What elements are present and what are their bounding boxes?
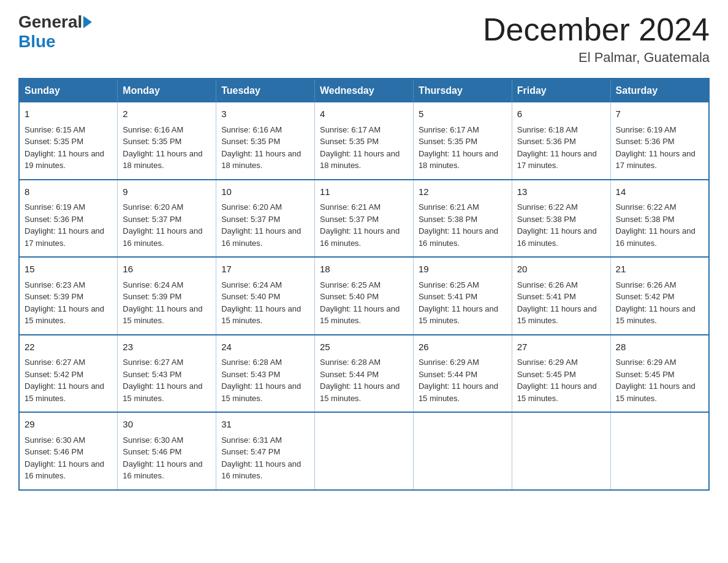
day-number: 11 [320, 185, 408, 199]
day-number: 10 [221, 185, 309, 199]
calendar-day-cell: 18Sunrise: 6:25 AMSunset: 5:40 PMDayligh… [315, 257, 414, 335]
day-number: 4 [320, 107, 408, 121]
day-info: Sunrise: 6:28 AMSunset: 5:43 PMDaylight:… [221, 358, 301, 403]
calendar-day-cell: 21Sunrise: 6:26 AMSunset: 5:42 PMDayligh… [610, 257, 709, 335]
day-info: Sunrise: 6:28 AMSunset: 5:44 PMDaylight:… [320, 358, 400, 403]
calendar-day-cell: 15Sunrise: 6:23 AMSunset: 5:39 PMDayligh… [19, 257, 118, 335]
day-of-week-header: Thursday [413, 79, 512, 102]
day-of-week-header: Friday [512, 79, 610, 102]
day-number: 29 [25, 418, 112, 432]
day-number: 9 [123, 185, 211, 199]
logo: General Blue [18, 12, 92, 52]
day-info: Sunrise: 6:18 AMSunset: 5:36 PMDaylight:… [517, 125, 597, 170]
day-number: 21 [616, 262, 703, 277]
day-info: Sunrise: 6:25 AMSunset: 5:40 PMDaylight:… [320, 280, 400, 326]
day-number: 15 [25, 262, 112, 277]
day-info: Sunrise: 6:22 AMSunset: 5:38 PMDaylight:… [616, 202, 696, 248]
day-number: 28 [616, 340, 703, 354]
day-info: Sunrise: 6:27 AMSunset: 5:43 PMDaylight:… [123, 358, 202, 403]
day-info: Sunrise: 6:26 AMSunset: 5:42 PMDaylight:… [616, 280, 696, 326]
calendar-day-cell: 6Sunrise: 6:18 AMSunset: 5:36 PMDaylight… [512, 102, 610, 180]
day-info: Sunrise: 6:16 AMSunset: 5:35 PMDaylight:… [123, 125, 202, 170]
calendar-week-row: 29Sunrise: 6:30 AMSunset: 5:46 PMDayligh… [19, 412, 709, 490]
day-number: 2 [123, 107, 211, 121]
day-of-week-header: Sunday [19, 79, 118, 102]
day-info: Sunrise: 6:29 AMSunset: 5:45 PMDaylight:… [517, 358, 597, 403]
day-number: 7 [616, 107, 703, 121]
day-info: Sunrise: 6:25 AMSunset: 5:41 PMDaylight:… [419, 280, 498, 326]
day-info: Sunrise: 6:31 AMSunset: 5:47 PMDaylight:… [221, 435, 301, 481]
day-of-week-header: Saturday [610, 79, 709, 102]
calendar-day-cell: 3Sunrise: 6:16 AMSunset: 5:35 PMDaylight… [216, 102, 315, 180]
logo-general-text: General [18, 12, 82, 32]
location-subtitle: El Palmar, Guatemala [483, 50, 710, 66]
day-info: Sunrise: 6:17 AMSunset: 5:35 PMDaylight:… [320, 125, 400, 170]
day-number: 20 [517, 262, 605, 277]
day-of-week-header: Monday [118, 79, 216, 102]
calendar-day-cell: 1Sunrise: 6:15 AMSunset: 5:35 PMDaylight… [19, 102, 118, 180]
title-block: December 2024 El Palmar, Guatemala [483, 12, 710, 66]
day-info: Sunrise: 6:29 AMSunset: 5:44 PMDaylight:… [419, 358, 498, 403]
calendar-day-cell: 24Sunrise: 6:28 AMSunset: 5:43 PMDayligh… [216, 335, 315, 413]
page-header: General Blue December 2024 El Palmar, Gu… [18, 12, 710, 66]
day-number: 13 [517, 185, 605, 199]
day-info: Sunrise: 6:23 AMSunset: 5:39 PMDaylight:… [25, 280, 104, 326]
day-info: Sunrise: 6:16 AMSunset: 5:35 PMDaylight:… [221, 125, 301, 170]
day-number: 23 [123, 340, 211, 354]
calendar-day-cell: 16Sunrise: 6:24 AMSunset: 5:39 PMDayligh… [118, 257, 216, 335]
calendar-day-cell: 22Sunrise: 6:27 AMSunset: 5:42 PMDayligh… [19, 335, 118, 413]
day-number: 26 [419, 340, 507, 354]
calendar-week-row: 15Sunrise: 6:23 AMSunset: 5:39 PMDayligh… [19, 257, 709, 335]
day-number: 3 [221, 107, 309, 121]
day-number: 19 [419, 262, 507, 277]
day-number: 16 [123, 262, 211, 277]
day-info: Sunrise: 6:22 AMSunset: 5:38 PMDaylight:… [517, 202, 597, 248]
day-info: Sunrise: 6:24 AMSunset: 5:40 PMDaylight:… [221, 280, 301, 326]
day-info: Sunrise: 6:17 AMSunset: 5:35 PMDaylight:… [419, 125, 498, 170]
day-info: Sunrise: 6:29 AMSunset: 5:45 PMDaylight:… [616, 358, 696, 403]
calendar-week-row: 1Sunrise: 6:15 AMSunset: 5:35 PMDaylight… [19, 102, 709, 180]
day-info: Sunrise: 6:24 AMSunset: 5:39 PMDaylight:… [123, 280, 202, 326]
logo-arrow-icon [83, 16, 92, 28]
day-info: Sunrise: 6:30 AMSunset: 5:46 PMDaylight:… [25, 435, 104, 481]
calendar-table: SundayMondayTuesdayWednesdayThursdayFrid… [18, 78, 710, 491]
calendar-header-row: SundayMondayTuesdayWednesdayThursdayFrid… [19, 79, 709, 102]
day-number: 6 [517, 107, 605, 121]
calendar-day-cell: 23Sunrise: 6:27 AMSunset: 5:43 PMDayligh… [118, 335, 216, 413]
calendar-day-cell: 10Sunrise: 6:20 AMSunset: 5:37 PMDayligh… [216, 180, 315, 258]
day-number: 14 [616, 185, 703, 199]
calendar-day-cell: 4Sunrise: 6:17 AMSunset: 5:35 PMDaylight… [315, 102, 414, 180]
day-of-week-header: Wednesday [315, 79, 414, 102]
day-number: 18 [320, 262, 408, 277]
calendar-week-row: 22Sunrise: 6:27 AMSunset: 5:42 PMDayligh… [19, 335, 709, 413]
day-number: 22 [25, 340, 112, 354]
calendar-day-cell: 11Sunrise: 6:21 AMSunset: 5:37 PMDayligh… [315, 180, 414, 258]
day-info: Sunrise: 6:27 AMSunset: 5:42 PMDaylight:… [25, 358, 104, 403]
day-number: 17 [221, 262, 309, 277]
day-info: Sunrise: 6:30 AMSunset: 5:46 PMDaylight:… [123, 435, 202, 481]
day-info: Sunrise: 6:20 AMSunset: 5:37 PMDaylight:… [221, 202, 301, 248]
calendar-day-cell: 30Sunrise: 6:30 AMSunset: 5:46 PMDayligh… [118, 412, 216, 490]
day-number: 12 [419, 185, 507, 199]
calendar-week-row: 8Sunrise: 6:19 AMSunset: 5:36 PMDaylight… [19, 180, 709, 258]
calendar-day-cell: 9Sunrise: 6:20 AMSunset: 5:37 PMDaylight… [118, 180, 216, 258]
month-title: December 2024 [483, 12, 710, 47]
calendar-day-cell: 14Sunrise: 6:22 AMSunset: 5:38 PMDayligh… [610, 180, 709, 258]
calendar-day-cell: 2Sunrise: 6:16 AMSunset: 5:35 PMDaylight… [118, 102, 216, 180]
calendar-day-cell [315, 412, 414, 490]
calendar-day-cell: 31Sunrise: 6:31 AMSunset: 5:47 PMDayligh… [216, 412, 315, 490]
day-info: Sunrise: 6:26 AMSunset: 5:41 PMDaylight:… [517, 280, 597, 326]
day-number: 27 [517, 340, 605, 354]
day-info: Sunrise: 6:21 AMSunset: 5:38 PMDaylight:… [419, 202, 498, 248]
day-of-week-header: Tuesday [216, 79, 315, 102]
calendar-day-cell: 20Sunrise: 6:26 AMSunset: 5:41 PMDayligh… [512, 257, 610, 335]
calendar-day-cell: 27Sunrise: 6:29 AMSunset: 5:45 PMDayligh… [512, 335, 610, 413]
calendar-day-cell [610, 412, 709, 490]
day-info: Sunrise: 6:21 AMSunset: 5:37 PMDaylight:… [320, 202, 400, 248]
day-number: 31 [221, 418, 309, 432]
calendar-day-cell: 8Sunrise: 6:19 AMSunset: 5:36 PMDaylight… [19, 180, 118, 258]
calendar-day-cell: 5Sunrise: 6:17 AMSunset: 5:35 PMDaylight… [413, 102, 512, 180]
day-number: 5 [419, 107, 507, 121]
calendar-day-cell: 17Sunrise: 6:24 AMSunset: 5:40 PMDayligh… [216, 257, 315, 335]
day-number: 1 [25, 107, 112, 121]
